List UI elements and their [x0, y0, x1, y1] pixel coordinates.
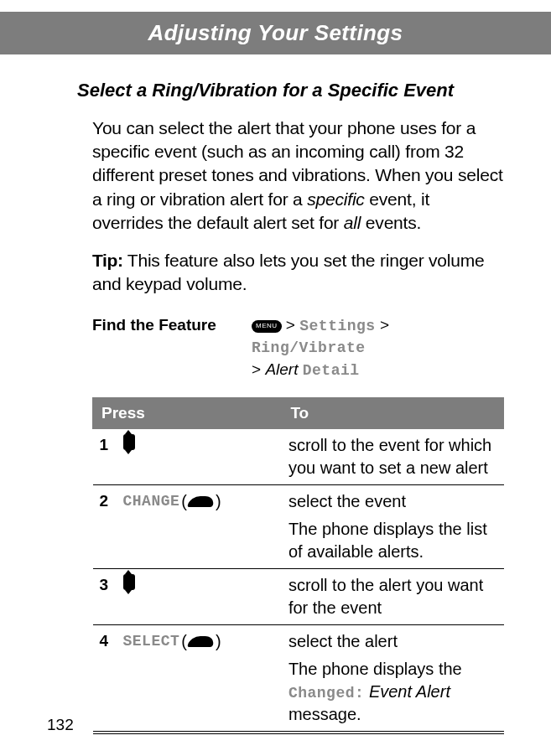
col-press: Press — [93, 398, 282, 429]
path-settings: Settings — [299, 318, 375, 334]
page-number: 132 — [47, 714, 74, 736]
softkey: CHANGE () — [123, 490, 221, 513]
path-detail: Detail — [303, 362, 360, 379]
softkey-label: CHANGE — [123, 491, 180, 511]
to-cell: scroll to the alert you want for the eve… — [282, 568, 504, 624]
tip-label: Tip: — [92, 251, 123, 270]
steps-table: Press To 1scroll to the event for which … — [92, 397, 504, 734]
table-row: 2CHANGE ()select the eventThe phone disp… — [93, 484, 504, 568]
section-heading: Select a Ring/Vibration for a Specific E… — [77, 78, 504, 103]
table-row: 1scroll to the event for which you want … — [93, 428, 504, 484]
table-row: 3scroll to the alert you want for the ev… — [93, 568, 504, 624]
step-number: 3 — [100, 574, 123, 596]
page-content: Select a Ring/Vibration for a Specific E… — [0, 54, 551, 734]
step-number: 1 — [100, 434, 123, 456]
tip-paragraph: Tip: This feature also lets you set the … — [92, 249, 504, 297]
steps-body: 1scroll to the event for which you want … — [93, 428, 504, 733]
table-header-row: Press To — [93, 398, 504, 429]
press-cell: 4SELECT () — [93, 624, 282, 733]
to-text: select the event — [288, 490, 501, 513]
header-title: Adjusting Your Settings — [148, 20, 403, 45]
intro-paragraph: You can select the alert that your phone… — [92, 117, 504, 236]
to-extra: The phone displays the Changed: Event Al… — [288, 658, 501, 726]
softkey: SELECT () — [123, 630, 221, 653]
press-cell: 2CHANGE () — [93, 484, 282, 568]
scroll-icon — [123, 574, 135, 590]
to-text: scroll to the alert you want for the eve… — [288, 574, 501, 619]
to-cell: select the eventThe phone displays the l… — [282, 484, 504, 568]
to-extra: The phone displays the list of available… — [288, 518, 501, 563]
path-ringvibrate: Ring/Vibrate — [252, 339, 366, 356]
scroll-icon — [123, 434, 135, 450]
softkey-icon — [187, 636, 215, 647]
press-cell: 1 — [93, 428, 282, 484]
col-to: To — [282, 398, 504, 429]
press-cell: 3 — [93, 568, 282, 624]
softkey-icon — [187, 496, 215, 507]
step-number: 4 — [100, 630, 123, 652]
find-feature-row: Find the Feature MENU > Settings > Ring/… — [92, 314, 504, 381]
find-feature-label: Find the Feature — [92, 314, 252, 336]
step-number: 2 — [100, 490, 123, 512]
to-text: scroll to the event for which you want t… — [288, 434, 501, 479]
find-feature-path: MENU > Settings > Ring/Vibrate > Alert D… — [252, 314, 504, 381]
to-cell: select the alertThe phone displays the C… — [282, 624, 504, 733]
table-row: 4SELECT ()select the alertThe phone disp… — [93, 624, 504, 733]
to-text: select the alert — [288, 630, 501, 653]
path-alert: Alert — [265, 360, 298, 378]
menu-key-icon: MENU — [252, 320, 282, 333]
softkey-label: SELECT — [123, 631, 180, 651]
tip-text: This feature also lets you set the ringe… — [92, 251, 485, 293]
to-cell: scroll to the event for which you want t… — [282, 428, 504, 484]
header-bar: Adjusting Your Settings — [0, 12, 551, 54]
